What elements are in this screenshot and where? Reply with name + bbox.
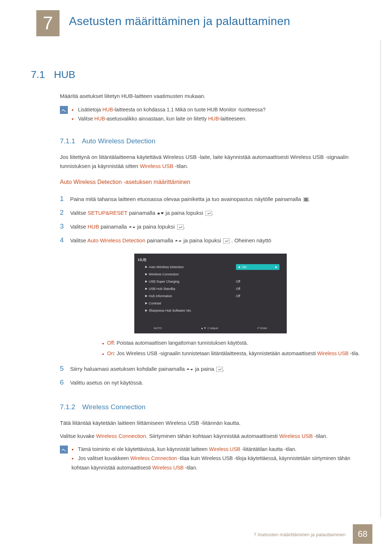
note-block-2: ● Tämä toiminto ei ole käytettävissä, ku… <box>60 445 361 472</box>
osd-row: ▶ Hub Information Off <box>145 293 279 299</box>
osd-row: ▶ Wireless Connection <box>145 271 279 278</box>
osd-row: ▶ USB Hub Standby Off <box>145 286 279 292</box>
subsection-2-title: Wireless Connection <box>82 403 146 411</box>
bullet-icon: ● <box>72 456 74 460</box>
svg-rect-4 <box>205 211 212 216</box>
svg-rect-1 <box>304 198 308 199</box>
option-off: ● Off: Poistaa automaattisen langattoman… <box>102 338 361 348</box>
osd-row: ▶ Contrast <box>145 300 279 307</box>
step-5: 5 Siirry haluamasi asetuksen kohdalle pa… <box>60 362 361 376</box>
enter-icon <box>205 211 212 216</box>
page-number: 68 <box>358 529 368 539</box>
steps-list: 1 Paina mitä tahansa laitteen etuosassa … <box>60 192 361 389</box>
section-number: 7.1 <box>31 69 45 81</box>
subsection-1-title: Auto Wireless Detection <box>82 137 156 145</box>
subsection-1-number: 7.1.1 <box>60 137 75 145</box>
section-header: 7.1 HUB <box>31 69 361 81</box>
bullet-icon: ● <box>102 340 104 347</box>
osd-row: ▶ Sharpness Hub Software Ver. <box>145 307 279 314</box>
bullet-icon: ● <box>72 447 74 451</box>
svg-rect-3 <box>304 200 308 201</box>
footer-chapter-label: 7 Asetusten määrittäminen ja palauttamin… <box>254 532 346 537</box>
note-body: ● Lisätietoja HUB-laitteesta on kohdassa… <box>72 105 266 123</box>
svg-rect-5 <box>177 225 184 230</box>
osd-screenshot: HUB ▶ Auto Wireless Detection ◄On► ▶ Wir… <box>134 254 287 333</box>
osd-title: HUB <box>138 256 146 264</box>
note-body: ● Tämä toiminto ei ole käytettävissä, ku… <box>72 445 361 472</box>
osd-row: ▶ USB Super Charging Off <box>145 278 279 285</box>
section-intro: Määritä asetukset liitetyn HUB-laitteen … <box>60 91 361 101</box>
step-1: 1 Paina mitä tahansa laitteen etuosassa … <box>60 192 361 206</box>
subsection-2-number: 7.1.2 <box>60 403 75 411</box>
note-icon <box>60 446 68 454</box>
subsection-2-header: 7.1.2 Wireless Connection <box>60 403 361 411</box>
svg-rect-6 <box>223 238 230 243</box>
svg-rect-2 <box>304 199 308 200</box>
osd-legend: AUTO ▲▼ ◇ Adjust ⏎ Enter <box>134 325 287 331</box>
chevron-right-icon: ▶ <box>145 264 147 270</box>
enter-icon <box>216 367 223 372</box>
note-block-1: ● Lisätietoja HUB-laitteesta on kohdassa… <box>60 105 361 123</box>
sidebar-divider <box>380 40 381 518</box>
wc-intro: Tätä liitäntää käytetään laitteen liittä… <box>60 418 361 428</box>
awd-config-heading: Auto Wireless Detection -asetuksen määri… <box>60 179 361 185</box>
section-title: HUB <box>54 69 75 81</box>
option-bullets: ● Off: Poistaa automaattisen langattoman… <box>102 338 361 358</box>
wc-line: Valitse kuvake Wireless Connection. Siir… <box>60 431 361 441</box>
up-down-arrows-icon <box>175 238 182 243</box>
chapter-number: 7 <box>43 13 53 34</box>
menu-icon <box>303 197 309 202</box>
svg-rect-7 <box>216 367 223 372</box>
page-content: 7.1 HUB Määritä asetukset liitetyn HUB-l… <box>31 69 361 472</box>
osd-row: ▶ Auto Wireless Detection ◄On► <box>145 264 279 270</box>
step-2: 2 Valitse SETUP&RESET painamalla ja pain… <box>60 206 361 219</box>
bullet-icon: ● <box>72 117 74 121</box>
chapter-number-badge: 7 <box>36 10 60 36</box>
note-icon <box>60 106 68 114</box>
step-6: 6 Valittu asetus on nyt käytössä. <box>60 376 361 389</box>
enter-icon <box>223 238 230 243</box>
enter-icon <box>177 225 184 230</box>
up-down-arrows-icon <box>128 225 136 230</box>
up-down-arrows-icon <box>186 367 193 372</box>
awd-intro: Jos liitettynä on liitäntälaitteena käyt… <box>60 152 361 171</box>
up-down-arrows-icon <box>157 211 164 216</box>
step-4: 4 Valitse Auto Wireless Detection painam… <box>60 233 361 247</box>
subsection-1-header: 7.1.1 Auto Wireless Detection <box>60 137 361 145</box>
step-3: 3 Valitse HUB painamalla ja paina lopuks… <box>60 219 361 233</box>
osd-selected-value: ◄On► <box>236 264 279 270</box>
page-number-badge: 68 <box>353 524 372 544</box>
bullet-icon: ● <box>72 108 74 112</box>
chapter-title: Asetusten määrittäminen ja palauttaminen <box>69 15 290 28</box>
option-on: ● On: Jos Wireless USB -signaalin tunnis… <box>102 349 361 358</box>
bullet-icon: ● <box>102 351 104 357</box>
